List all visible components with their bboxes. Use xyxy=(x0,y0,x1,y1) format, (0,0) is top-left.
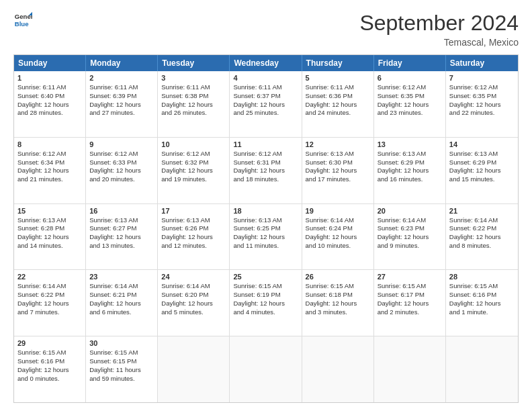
table-row: 6 Sunrise: 6:12 AM Sunset: 6:35 PM Dayli… xyxy=(374,71,446,137)
col-saturday: Saturday xyxy=(446,55,518,71)
logo-icon: General Blue xyxy=(13,11,32,30)
table-row: 22 Sunrise: 6:14 AM Sunset: 6:22 PM Dayl… xyxy=(14,270,86,336)
week-row-2: 8 Sunrise: 6:12 AM Sunset: 6:34 PM Dayli… xyxy=(14,138,518,204)
calendar-header: Sunday Monday Tuesday Wednesday Thursday… xyxy=(14,55,518,71)
month-title: September 2024 xyxy=(359,11,519,36)
week-row-3: 15 Sunrise: 6:13 AM Sunset: 6:28 PM Dayl… xyxy=(14,204,518,271)
col-sunday: Sunday xyxy=(14,55,86,71)
col-friday: Friday xyxy=(374,55,446,71)
table-row: 1 Sunrise: 6:11 AM Sunset: 6:40 PM Dayli… xyxy=(14,71,86,137)
table-row: 11 Sunrise: 6:12 AM Sunset: 6:31 PM Dayl… xyxy=(230,138,302,203)
col-wednesday: Wednesday xyxy=(230,55,302,71)
table-row: 8 Sunrise: 6:12 AM Sunset: 6:34 PM Dayli… xyxy=(14,138,86,203)
table-row: 26 Sunrise: 6:15 AM Sunset: 6:18 PM Dayl… xyxy=(302,270,374,336)
week-row-1: 1 Sunrise: 6:11 AM Sunset: 6:40 PM Dayli… xyxy=(14,71,518,138)
table-row: 14 Sunrise: 6:13 AM Sunset: 6:29 PM Dayl… xyxy=(446,138,518,203)
table-row: 12 Sunrise: 6:13 AM Sunset: 6:30 PM Dayl… xyxy=(302,138,374,203)
table-row: 23 Sunrise: 6:14 AM Sunset: 6:21 PM Dayl… xyxy=(86,270,158,336)
logo: General Blue xyxy=(13,11,32,30)
table-row xyxy=(230,336,302,402)
week-row-4: 22 Sunrise: 6:14 AM Sunset: 6:22 PM Dayl… xyxy=(14,270,518,336)
table-row: 3 Sunrise: 6:11 AM Sunset: 6:38 PM Dayli… xyxy=(158,71,230,137)
table-row: 29 Sunrise: 6:15 AM Sunset: 6:16 PM Dayl… xyxy=(14,336,86,402)
table-row: 19 Sunrise: 6:14 AM Sunset: 6:24 PM Dayl… xyxy=(302,204,374,270)
table-row: 18 Sunrise: 6:13 AM Sunset: 6:25 PM Dayl… xyxy=(230,204,302,270)
table-row: 16 Sunrise: 6:13 AM Sunset: 6:27 PM Dayl… xyxy=(86,204,158,270)
table-row: 15 Sunrise: 6:13 AM Sunset: 6:28 PM Dayl… xyxy=(14,204,86,270)
calendar: Sunday Monday Tuesday Wednesday Thursday… xyxy=(13,54,519,403)
table-row: 7 Sunrise: 6:12 AM Sunset: 6:35 PM Dayli… xyxy=(446,71,518,137)
col-tuesday: Tuesday xyxy=(158,55,230,71)
table-row: 28 Sunrise: 6:15 AM Sunset: 6:16 PM Dayl… xyxy=(446,270,518,336)
location: Temascal, Mexico xyxy=(359,37,519,48)
title-block: September 2024 Temascal, Mexico xyxy=(359,11,519,48)
table-row: 21 Sunrise: 6:14 AM Sunset: 6:22 PM Dayl… xyxy=(446,204,518,270)
header: General Blue September 2024 Temascal, Me… xyxy=(13,11,519,48)
table-row: 13 Sunrise: 6:13 AM Sunset: 6:29 PM Dayl… xyxy=(374,138,446,203)
table-row: 25 Sunrise: 6:15 AM Sunset: 6:19 PM Dayl… xyxy=(230,270,302,336)
svg-text:Blue: Blue xyxy=(15,20,29,28)
table-row xyxy=(158,336,230,402)
col-monday: Monday xyxy=(86,55,158,71)
table-row: 4 Sunrise: 6:11 AM Sunset: 6:37 PM Dayli… xyxy=(230,71,302,137)
table-row xyxy=(302,336,374,402)
table-row xyxy=(374,336,446,402)
calendar-body: 1 Sunrise: 6:11 AM Sunset: 6:40 PM Dayli… xyxy=(14,71,518,402)
col-thursday: Thursday xyxy=(302,55,374,71)
table-row: 24 Sunrise: 6:14 AM Sunset: 6:20 PM Dayl… xyxy=(158,270,230,336)
table-row: 5 Sunrise: 6:11 AM Sunset: 6:36 PM Dayli… xyxy=(302,71,374,137)
table-row: 9 Sunrise: 6:12 AM Sunset: 6:33 PM Dayli… xyxy=(86,138,158,203)
table-row: 30 Sunrise: 6:15 AM Sunset: 6:15 PM Dayl… xyxy=(86,336,158,402)
table-row xyxy=(446,336,518,402)
table-row: 10 Sunrise: 6:12 AM Sunset: 6:32 PM Dayl… xyxy=(158,138,230,203)
table-row: 17 Sunrise: 6:13 AM Sunset: 6:26 PM Dayl… xyxy=(158,204,230,270)
week-row-5: 29 Sunrise: 6:15 AM Sunset: 6:16 PM Dayl… xyxy=(14,336,518,402)
table-row: 20 Sunrise: 6:14 AM Sunset: 6:23 PM Dayl… xyxy=(374,204,446,270)
page: General Blue September 2024 Temascal, Me… xyxy=(0,0,532,411)
svg-text:General: General xyxy=(15,13,32,20)
table-row: 2 Sunrise: 6:11 AM Sunset: 6:39 PM Dayli… xyxy=(86,71,158,137)
table-row: 27 Sunrise: 6:15 AM Sunset: 6:17 PM Dayl… xyxy=(374,270,446,336)
